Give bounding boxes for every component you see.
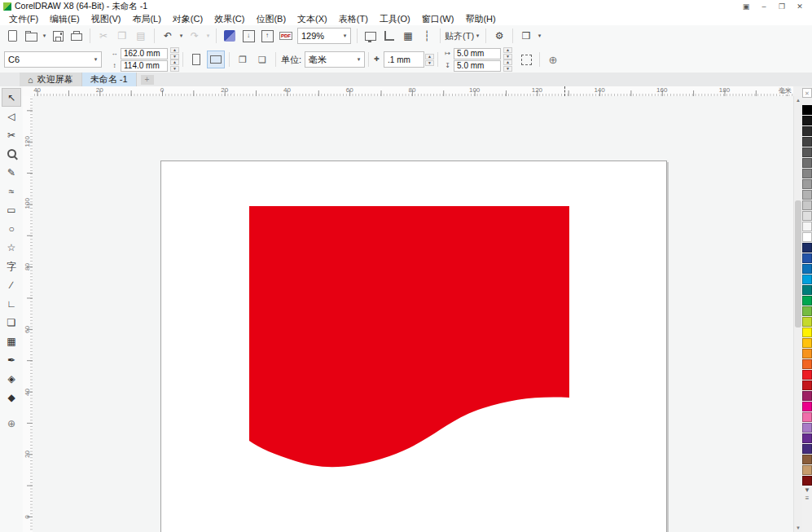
color-swatch[interactable] <box>802 296 812 306</box>
menu-layout[interactable]: 布局(L) <box>126 13 166 25</box>
freehand-tool-button[interactable]: ✎ <box>2 163 21 182</box>
spin-down-icon[interactable]: ▼ <box>170 54 179 59</box>
treat-as-filled-button[interactable] <box>517 51 535 68</box>
units-combo[interactable]: 毫米 ▾ <box>305 51 365 68</box>
color-swatch[interactable] <box>802 444 812 454</box>
page[interactable] <box>160 160 667 532</box>
color-swatch[interactable] <box>802 243 812 253</box>
color-swatch[interactable] <box>802 158 812 168</box>
duplicate-y-spinner[interactable]: ▲▼ <box>503 59 512 72</box>
nudge-offset-input[interactable]: .1 mm <box>384 51 424 68</box>
color-swatch[interactable] <box>802 476 812 486</box>
save-button[interactable] <box>49 27 67 45</box>
undo-button[interactable]: ↶ <box>159 27 177 45</box>
red-flag-shape[interactable] <box>249 206 569 467</box>
crop-tool-button[interactable]: ✂ <box>2 125 21 144</box>
scroll-down-button[interactable]: ▼ <box>794 524 802 532</box>
publish-pdf-button[interactable]: PDF <box>277 27 295 45</box>
menu-file[interactable]: 文件(F) <box>3 13 44 25</box>
close-button[interactable]: ✕ <box>791 0 809 12</box>
rectangle-tool-button[interactable]: ▭ <box>2 200 21 219</box>
smart-fill-tool-button[interactable]: ◆ <box>2 388 21 407</box>
interactive-fill-tool-button[interactable]: ◈ <box>2 369 21 388</box>
spin-down-icon[interactable]: ▼ <box>425 60 434 66</box>
color-swatch[interactable] <box>802 264 812 274</box>
redo-dropdown-icon[interactable]: ▾ <box>204 33 212 39</box>
color-swatch[interactable] <box>802 275 812 284</box>
color-swatch[interactable] <box>802 465 812 475</box>
search-content-button[interactable] <box>221 27 239 45</box>
tab-document[interactable]: 未命名 -1 <box>82 73 137 86</box>
print-button[interactable] <box>68 27 86 45</box>
spin-up-icon[interactable]: ▲ <box>503 47 512 53</box>
menu-tools[interactable]: 工具(O) <box>374 13 416 25</box>
undo-dropdown-icon[interactable]: ▾ <box>178 33 185 39</box>
color-swatch[interactable] <box>802 211 812 221</box>
spin-up-icon[interactable]: ▲ <box>425 54 434 59</box>
vertical-scrollbar[interactable]: ▲ ▼ <box>793 96 802 532</box>
polygon-tool-button[interactable]: ☆ <box>2 238 21 257</box>
restore-button[interactable]: ❐ <box>773 0 791 12</box>
menu-table[interactable]: 表格(T) <box>333 13 374 25</box>
zoom-tool-button[interactable] <box>2 144 21 163</box>
spin-down-icon[interactable]: ▼ <box>503 54 512 59</box>
quick-customize-propbar-button[interactable]: ⊕ <box>544 51 562 68</box>
units-dropdown-icon[interactable]: ▾ <box>353 56 364 63</box>
duplicate-y-input[interactable]: 5.0 mm <box>454 60 501 72</box>
new-tab-button[interactable]: + <box>141 75 154 85</box>
zoom-level-combo[interactable]: 129% ▾ <box>297 28 351 44</box>
zoom-dropdown-icon[interactable]: ▾ <box>340 33 350 39</box>
minimize-button[interactable]: – <box>755 0 773 12</box>
color-swatch[interactable] <box>802 137 812 147</box>
application-launcher-button[interactable]: ❒ <box>517 27 535 45</box>
fullscreen-preview-button[interactable] <box>362 27 380 45</box>
color-swatch[interactable] <box>802 349 812 358</box>
color-swatch[interactable] <box>802 391 812 401</box>
launcher-dropdown-icon[interactable]: ▾ <box>536 33 543 39</box>
menu-help[interactable]: 帮助(H) <box>459 13 501 25</box>
export-button[interactable]: ↑ <box>258 27 276 45</box>
current-page-button[interactable]: ❏ <box>253 51 271 68</box>
show-grid-button[interactable]: ▦ <box>399 27 417 45</box>
color-swatch[interactable] <box>802 147 812 157</box>
snap-to-button[interactable]: 贴齐(T) ▾ <box>445 27 481 45</box>
open-dropdown-icon[interactable]: ▾ <box>41 33 48 39</box>
parallel-dimension-tool-button[interactable]: ∕ <box>2 275 21 294</box>
show-rulers-button[interactable] <box>380 27 398 45</box>
page-width-input[interactable]: 162.0 mm <box>121 48 168 59</box>
color-swatch[interactable] <box>802 433 812 443</box>
page-height-spinner[interactable]: ▲▼ <box>170 59 179 72</box>
all-pages-button[interactable]: ❐ <box>234 51 252 68</box>
menu-view[interactable]: 视图(V) <box>86 13 127 25</box>
menu-effects[interactable]: 效果(C) <box>208 13 250 25</box>
duplicate-x-input[interactable]: 5.0 mm <box>454 48 501 59</box>
transparency-tool-button[interactable]: ▦ <box>2 332 21 350</box>
menu-window[interactable]: 窗口(W) <box>416 13 460 25</box>
color-swatch[interactable] <box>802 455 812 464</box>
text-tool-button[interactable]: 字 <box>2 257 21 275</box>
drawing-canvas[interactable] <box>33 96 793 532</box>
page-width-spinner[interactable]: ▲▼ <box>170 47 179 59</box>
redo-button[interactable]: ↷ <box>186 27 204 45</box>
shape-tool-button[interactable]: ◁ <box>2 107 21 125</box>
new-document-button[interactable] <box>3 27 21 45</box>
menu-text[interactable]: 文本(X) <box>292 13 333 25</box>
color-swatch[interactable] <box>802 105 812 115</box>
color-swatch[interactable] <box>802 317 812 327</box>
artistic-media-tool-button[interactable]: ≈ <box>2 182 21 200</box>
page-size-combo[interactable]: C6 ▾ <box>4 51 102 68</box>
vertical-scroll-thumb[interactable] <box>795 200 801 328</box>
page-height-input[interactable]: 114.0 mm <box>121 60 168 72</box>
menu-bitmaps[interactable]: 位图(B) <box>250 13 292 25</box>
copy-button[interactable]: ❐ <box>113 27 131 45</box>
nudge-spinner[interactable]: ▲▼ <box>425 54 434 66</box>
menu-edit[interactable]: 编辑(E) <box>44 13 86 25</box>
color-swatch[interactable] <box>802 232 812 242</box>
color-swatch[interactable] <box>802 126 812 136</box>
color-swatch[interactable] <box>802 116 812 125</box>
color-swatch[interactable] <box>802 412 812 422</box>
color-swatch[interactable] <box>802 190 812 200</box>
color-swatch[interactable] <box>802 328 812 337</box>
landscape-button[interactable] <box>207 51 225 68</box>
color-swatch[interactable] <box>802 200 812 210</box>
